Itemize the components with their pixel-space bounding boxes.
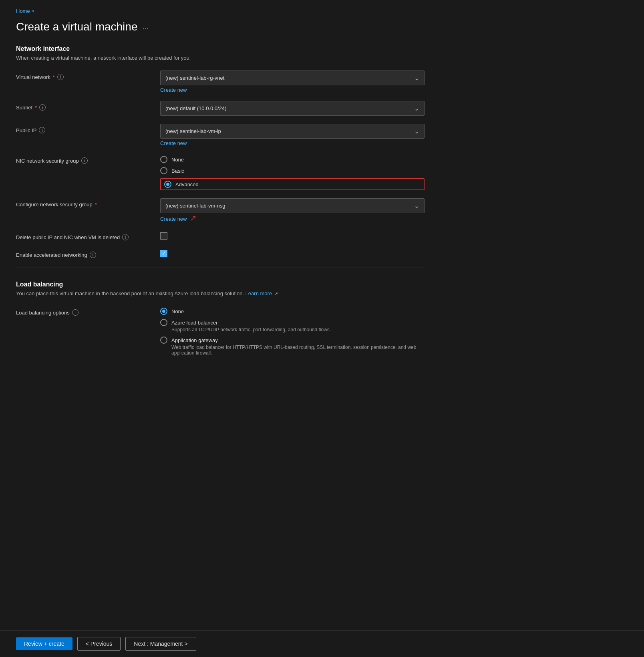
- lb-option-azure-wrapper: Azure load balancer Supports all TCP/UDP…: [160, 319, 425, 333]
- previous-button[interactable]: < Previous: [77, 637, 121, 651]
- network-interface-section: Network interface When creating a virtua…: [16, 45, 425, 258]
- virtual-network-dropdown[interactable]: (new) sentinel-lab-rg-vnet ⌄: [160, 71, 425, 85]
- delete-public-ip-label: Delete public IP and NIC when VM is dele…: [16, 231, 152, 240]
- virtual-network-row: Virtual network * i (new) sentinel-lab-r…: [16, 71, 425, 93]
- nic-nsg-radio-none[interactable]: [160, 156, 167, 163]
- load-balancing-options-label: Load balancing options i: [16, 306, 152, 316]
- nic-nsg-option-basic[interactable]: Basic: [160, 167, 425, 174]
- lb-radio-azure[interactable]: [160, 319, 167, 326]
- nic-nsg-control: None Basic Advanced: [160, 154, 425, 190]
- accelerated-networking-control: ✓: [160, 248, 425, 257]
- bottom-action-bar: Review + create < Previous Next : Manage…: [0, 630, 644, 657]
- load-balancing-options-row: Load balancing options i None: [16, 306, 425, 356]
- configure-nsg-control: (new) sentinel-lab-vm-nsg ⌄ Create new ↗: [160, 198, 425, 223]
- configure-nsg-create-new-wrapper: Create new ↗: [160, 213, 425, 223]
- public-ip-row: Public IP i (new) sentinel-lab-vm-ip ⌄ C…: [16, 124, 425, 146]
- public-ip-chevron: ⌄: [414, 127, 419, 135]
- configure-nsg-create-new[interactable]: Create new: [160, 216, 187, 222]
- public-ip-control: (new) sentinel-lab-vm-ip ⌄ Create new: [160, 124, 425, 146]
- virtual-network-control: (new) sentinel-lab-rg-vnet ⌄ Create new: [160, 71, 425, 93]
- nic-nsg-radio-group: None Basic Advanced: [160, 154, 425, 190]
- lb-label-azure: Azure load balancer: [171, 320, 218, 326]
- subnet-row: Subnet * i (new) default (10.0.0.0/24) ⌄: [16, 101, 425, 116]
- public-ip-create-new[interactable]: Create new: [160, 140, 187, 146]
- virtual-network-chevron: ⌄: [414, 74, 419, 82]
- nic-nsg-radio-advanced-fill: [166, 183, 169, 186]
- review-create-button[interactable]: Review + create: [16, 637, 72, 650]
- configure-nsg-value: (new) sentinel-lab-vm-nsg: [165, 203, 225, 209]
- nic-nsg-radio-advanced[interactable]: [164, 181, 171, 188]
- nic-nsg-option-none[interactable]: None: [160, 156, 425, 163]
- virtual-network-create-new[interactable]: Create new: [160, 87, 187, 93]
- accelerated-networking-check-mark: ✓: [162, 251, 166, 256]
- public-ip-info-icon[interactable]: i: [39, 127, 45, 133]
- virtual-network-info-icon[interactable]: i: [57, 74, 64, 80]
- load-balancing-section: Load balancing You can place this virtua…: [16, 281, 425, 356]
- nic-nsg-label-basic: Basic: [171, 168, 184, 174]
- accelerated-networking-row: Enable accelerated networking i ✓: [16, 248, 425, 258]
- delete-public-ip-row: Delete public IP and NIC when VM is dele…: [16, 231, 425, 240]
- lb-option-azure[interactable]: Azure load balancer: [160, 319, 425, 326]
- accelerated-networking-info-icon[interactable]: i: [90, 252, 96, 258]
- lb-desc-azure: Supports all TCP/UDP network traffic, po…: [171, 327, 425, 333]
- lb-desc-gateway: Web traffic load balancer for HTTP/HTTPS…: [171, 345, 425, 356]
- load-balancing-options-control: None Azure load balancer Supports all TC…: [160, 306, 425, 356]
- accelerated-networking-label: Enable accelerated networking i: [16, 248, 152, 258]
- title-ellipsis[interactable]: ...: [142, 23, 148, 31]
- lb-label-gateway: Application gateway: [171, 337, 218, 343]
- load-balancing-learn-more[interactable]: Learn more: [246, 290, 272, 296]
- next-button[interactable]: Next : Management >: [125, 637, 196, 651]
- lb-label-none: None: [171, 308, 184, 314]
- configure-nsg-label: Configure network security group *: [16, 198, 152, 208]
- subnet-chevron: ⌄: [414, 105, 419, 112]
- breadcrumb-separator: >: [31, 8, 34, 14]
- delete-public-ip-checkbox-wrapper: [160, 231, 425, 240]
- lb-option-gateway[interactable]: Application gateway: [160, 337, 425, 344]
- subnet-required: *: [35, 105, 37, 111]
- delete-public-ip-checkbox[interactable]: [160, 232, 167, 240]
- breadcrumb-home[interactable]: Home: [16, 8, 30, 14]
- lb-option-none[interactable]: None: [160, 308, 425, 315]
- delete-public-ip-control: [160, 231, 425, 240]
- breadcrumb[interactable]: Home >: [16, 8, 425, 14]
- page-title-text: Create a virtual machine: [16, 20, 137, 33]
- virtual-network-value: (new) sentinel-lab-rg-vnet: [165, 75, 224, 81]
- nic-nsg-label-none: None: [171, 157, 184, 163]
- page-title: Create a virtual machine ...: [16, 20, 425, 33]
- delete-public-ip-info-icon[interactable]: i: [122, 234, 129, 240]
- section-title-load-balancing: Load balancing: [16, 281, 425, 288]
- configure-nsg-arrow: ↗: [190, 213, 197, 223]
- nic-nsg-option-advanced[interactable]: Advanced: [160, 178, 425, 190]
- configure-nsg-row: Configure network security group * (new)…: [16, 198, 425, 223]
- public-ip-label: Public IP i: [16, 124, 152, 133]
- learn-more-external-icon: ↗: [274, 291, 278, 296]
- virtual-network-required: *: [53, 74, 55, 80]
- public-ip-value: (new) sentinel-lab-vm-ip: [165, 128, 221, 134]
- load-balancing-options-info-icon[interactable]: i: [72, 309, 78, 316]
- section-title-network: Network interface: [16, 45, 425, 52]
- nic-nsg-row: NIC network security group i None Basic: [16, 154, 425, 190]
- nic-nsg-radio-basic[interactable]: [160, 167, 167, 174]
- lb-option-gateway-wrapper: Application gateway Web traffic load bal…: [160, 337, 425, 356]
- section-desc-load-balancing: You can place this virtual machine in th…: [16, 290, 425, 296]
- configure-nsg-chevron: ⌄: [414, 202, 419, 210]
- section-divider: [16, 268, 425, 268]
- configure-nsg-dropdown[interactable]: (new) sentinel-lab-vm-nsg ⌄: [160, 198, 425, 213]
- virtual-network-label: Virtual network * i: [16, 71, 152, 80]
- nic-nsg-label-advanced: Advanced: [175, 181, 199, 187]
- subnet-dropdown[interactable]: (new) default (10.0.0.0/24) ⌄: [160, 101, 425, 116]
- subnet-label: Subnet * i: [16, 101, 152, 111]
- nic-nsg-label: NIC network security group i: [16, 154, 152, 164]
- load-balancing-radio-group: None Azure load balancer Supports all TC…: [160, 306, 425, 356]
- subnet-info-icon[interactable]: i: [39, 104, 46, 111]
- public-ip-dropdown[interactable]: (new) sentinel-lab-vm-ip ⌄: [160, 124, 425, 139]
- lb-radio-gateway[interactable]: [160, 337, 167, 344]
- load-balancing-desc-text: You can place this virtual machine in th…: [16, 290, 244, 296]
- nic-nsg-info-icon[interactable]: i: [81, 157, 88, 164]
- accelerated-networking-checkbox-wrapper: ✓: [160, 248, 425, 257]
- subnet-value: (new) default (10.0.0.0/24): [165, 105, 226, 111]
- configure-nsg-required: *: [95, 202, 97, 208]
- accelerated-networking-checkbox[interactable]: ✓: [160, 250, 167, 257]
- section-desc-network: When creating a virtual machine, a netwo…: [16, 55, 425, 61]
- lb-radio-none[interactable]: [160, 308, 167, 315]
